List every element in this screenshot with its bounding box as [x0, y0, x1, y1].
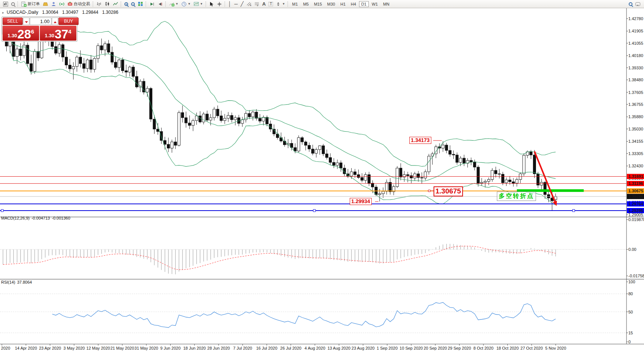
macd-tick: -0.017582 [628, 274, 644, 278]
price-tick: 1.41055 [628, 41, 643, 45]
sell-price-display[interactable]: 1.30286 [3, 26, 39, 41]
templates-button[interactable]: ▼ [192, 1, 204, 7]
vertical-line-tool[interactable]: │ [227, 1, 233, 7]
one-click-trading-panel: SELL BUY 1.30286 1.30374 [1, 16, 77, 42]
templates-caret-icon: ▼ [200, 2, 203, 6]
zoom-in-icon: + [124, 2, 128, 6]
auto-trading-icon [67, 1, 73, 6]
buy-button[interactable]: BUY [58, 18, 79, 25]
channel-icon: E [247, 2, 251, 6]
symbol-period-label: USDCAD-,Daily [7, 10, 38, 15]
timeframe-h1[interactable]: H1 [338, 1, 348, 7]
periods-clock-icon [181, 1, 187, 7]
zoom-out-button[interactable]: − [130, 1, 136, 7]
candlestick-chart-button[interactable] [103, 1, 111, 7]
tile-windows-button[interactable] [136, 1, 145, 7]
fibonacci-tool[interactable]: F [253, 1, 261, 7]
rsi-tick: 15 [628, 331, 633, 335]
new-order-label: 新订单 [28, 1, 40, 7]
price-tick: 1.34155 [628, 139, 643, 144]
arrows-caret-icon: ▼ [282, 2, 285, 6]
buy-price-point: 4 [68, 28, 71, 35]
fibonacci-icon: F [254, 2, 259, 6]
rsi-tick: 50 [628, 310, 633, 314]
chart-shift-button[interactable] [156, 1, 164, 7]
tile-windows-icon [138, 1, 143, 6]
price-tick: 1.41905 [628, 29, 643, 33]
price-chart-canvas[interactable]: 1.427801.419051.410551.401801.393301.384… [0, 8, 644, 353]
date-label: 29 Sep 2020 [448, 346, 471, 350]
indicator-window-button[interactable] [1, 1, 10, 7]
open-value: 1.30064 [42, 10, 58, 15]
chart-title: ▸USDCAD-,Daily 1.30064 1.30497 1.29844 1… [2, 10, 121, 15]
date-label: 31 May 2020 [134, 346, 158, 350]
date-label: 18 Jun 2020 [183, 346, 206, 350]
timeframe-m5[interactable]: M5 [301, 1, 311, 7]
date-label: 3 May 2020 [63, 346, 85, 350]
community-button[interactable] [50, 1, 58, 7]
auto-scroll-icon [149, 2, 155, 6]
line-chart-button[interactable] [111, 1, 120, 7]
timeframe-h4[interactable]: H4 [349, 1, 358, 7]
pivot-text-label[interactable]: 多空转折点 [497, 192, 536, 201]
date-label: 4 Aug 2020 [305, 346, 326, 350]
bar-chart-button[interactable] [95, 1, 103, 7]
candlestick-chart-icon [105, 1, 110, 6]
price-tick: 1.42780 [628, 16, 643, 21]
cursor-icon [209, 1, 214, 7]
chat-icon[interactable] [635, 2, 640, 6]
close-value: 1.30286 [102, 10, 118, 15]
price-tick: 1.35030 [628, 127, 643, 131]
timeframe-mn[interactable]: MN [381, 1, 391, 7]
arrows-tool[interactable]: ▼ [275, 1, 286, 7]
price-tick: 1.40180 [628, 53, 643, 58]
timeframe-m30[interactable]: M30 [325, 1, 337, 7]
rsi-value: 37.8064 [17, 280, 32, 284]
volume-input[interactable] [30, 18, 51, 25]
indicators-button[interactable]: ▼ [168, 1, 180, 7]
sell-button[interactable]: SELL [3, 18, 23, 25]
trendline-tool[interactable]: ╱ [239, 1, 245, 7]
timeframe-m15[interactable]: M15 [312, 1, 324, 7]
text-tool[interactable]: A [261, 1, 267, 7]
label-icon: T [269, 2, 273, 6]
date-label: 9 Jun 2020 [160, 346, 180, 350]
auto-scroll-button[interactable] [148, 1, 156, 7]
crosshair-icon [217, 1, 222, 7]
periods-button[interactable]: ▼ [180, 1, 192, 7]
main-toolbar: 新订单 自动交易 + − ▼ ▼ ▼ [0, 0, 644, 8]
bar-chart-icon [96, 1, 102, 6]
horizontal-line-tool[interactable]: ─ [233, 1, 239, 7]
crosshair-button[interactable] [215, 1, 223, 7]
quick-navigate-button[interactable] [10, 1, 16, 7]
date-label: 23 Aug 2020 [352, 346, 375, 350]
price-tick: 1.37605 [628, 90, 643, 95]
price-label-peak[interactable]: 1.34173 [409, 137, 431, 144]
search-icon[interactable] [629, 2, 632, 6]
auto-trading-button[interactable]: 自动交易 [66, 1, 92, 7]
zoom-in-button[interactable]: + [123, 1, 130, 7]
text-icon: A [262, 1, 266, 6]
volume-decrease-button[interactable] [23, 18, 29, 25]
cursor-button[interactable] [208, 1, 215, 7]
channel-tool[interactable]: E [245, 1, 253, 7]
price-tick: 1.36755 [628, 102, 643, 107]
new-order-button[interactable]: 新订单 [20, 1, 41, 7]
vline-icon: │ [228, 1, 231, 6]
timeframe-w1[interactable]: W1 [369, 1, 380, 7]
volume-increase-button[interactable] [52, 18, 58, 25]
market-button[interactable] [41, 1, 50, 7]
buy-price-display[interactable]: 1.30374 [40, 26, 76, 41]
signals-button[interactable] [58, 1, 66, 7]
price-highlight-1.30286: 1.30286 [628, 194, 643, 199]
rsi-tick: 80 [628, 291, 633, 296]
price-label-pivot[interactable]: 1.30675 [434, 186, 463, 196]
price-label-low[interactable]: 1.29934 [350, 198, 372, 205]
timeframe-m1[interactable]: M1 [290, 1, 300, 7]
date-label: 16 Jul 2020 [256, 346, 277, 350]
timeframe-d1[interactable]: D1 [359, 1, 369, 7]
date-label: 8 Oct 2020 [473, 346, 494, 350]
rsi-indicator-label: RSI(14)37.8064 [1, 280, 34, 284]
price-highlight-1.29295: 1.29295 [628, 208, 643, 213]
label-tool[interactable]: T [267, 1, 275, 7]
